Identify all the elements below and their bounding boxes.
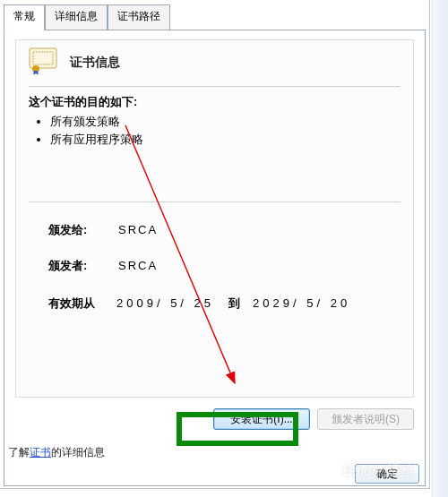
learn-more-link[interactable]: 证书 <box>30 446 51 458</box>
issued-to-value: SRCA <box>118 223 158 236</box>
tab-content-general: 证书信息 这个证书的目的如下: 所有颁发策略 所有应用程序策略 颁发给: SRC… <box>4 30 426 486</box>
certificate-dialog: 常规 详细信息 证书路径 证书信息 这个证书的目的如下: 所有颁发策略 <box>0 0 430 489</box>
purpose-item: 所有应用程序策略 <box>50 132 401 148</box>
tab-bar: 常规 详细信息 证书路径 <box>4 4 429 30</box>
action-button-row: 安装证书(I)... 颁发者说明(S) <box>4 408 425 430</box>
certificate-info-panel: 证书信息 这个证书的目的如下: 所有颁发策略 所有应用程序策略 颁发给: SRC… <box>15 39 414 398</box>
tab-details[interactable]: 详细信息 <box>45 4 108 30</box>
ok-button[interactable]: 确定 <box>355 464 419 484</box>
tab-general[interactable]: 常规 <box>4 4 45 30</box>
valid-to-value: 2029/ 5/ 20 <box>253 296 350 310</box>
issued-by-value: SRCA <box>118 259 158 272</box>
issuer-statement-button: 颁发者说明(S) <box>317 408 414 430</box>
purpose-list: 所有颁发策略 所有应用程序策略 <box>50 114 401 148</box>
adjacent-window-edge <box>432 0 448 497</box>
install-certificate-button[interactable]: 安装证书(I)... <box>213 408 310 430</box>
cert-info-title: 证书信息 <box>70 55 120 71</box>
purpose-item: 所有颁发策略 <box>50 114 401 130</box>
valid-from-label: 有效期从 <box>48 296 113 312</box>
learn-more-suffix: 的详细信息 <box>51 446 105 458</box>
valid-to-label: 到 <box>228 296 240 312</box>
learn-more-prefix: 了解 <box>8 446 30 458</box>
issued-to-label: 颁发给: <box>48 222 113 238</box>
learn-more-line: 了解证书的详细信息 <box>8 445 105 460</box>
purpose-label: 这个证书的目的如下: <box>29 94 401 110</box>
certificate-icon <box>29 47 61 77</box>
issued-by-label: 颁发者: <box>48 258 113 274</box>
tab-certpath[interactable]: 证书路径 <box>108 4 170 30</box>
valid-from-value: 2009/ 5/ 25 <box>116 296 214 310</box>
